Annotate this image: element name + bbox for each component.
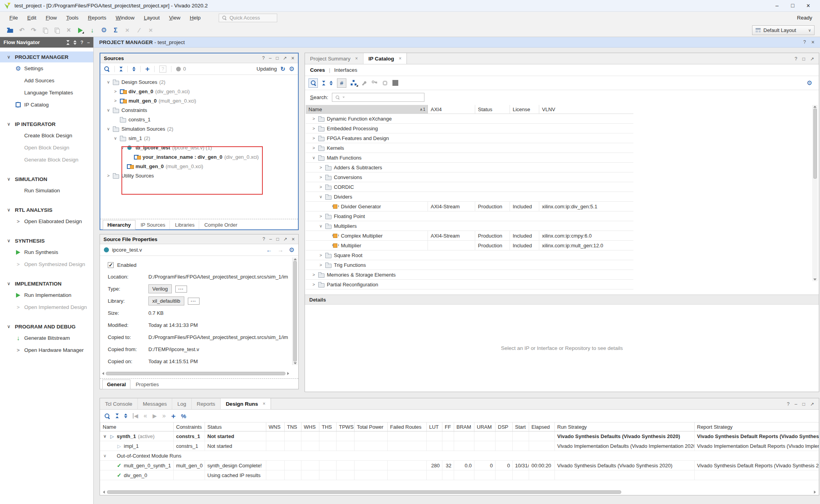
expander-icon[interactable] <box>318 165 323 170</box>
flow-nav-row[interactable]: SIMULATION <box>0 174 93 185</box>
report-button[interactable] <box>110 25 121 35</box>
cancel-run-button[interactable] <box>122 25 133 35</box>
minimize-panel-icon[interactable] <box>269 236 272 242</box>
source-tree-row[interactable]: div_gen_0 (div_gen_0.xci) <box>100 87 298 96</box>
rewind-icon[interactable]: « <box>144 413 147 419</box>
column-header[interactable]: Report Strategy <box>694 422 819 431</box>
sfp-tab[interactable]: General <box>102 380 130 389</box>
open-project-button[interactable] <box>5 25 16 35</box>
scroll-left-icon[interactable] <box>103 491 105 494</box>
expander-icon[interactable] <box>311 272 316 277</box>
column-header[interactable]: FF <box>442 422 454 431</box>
flow-nav-row[interactable]: Run Simulation <box>0 185 93 197</box>
help-icon[interactable] <box>803 39 806 45</box>
expander-icon[interactable] <box>318 185 323 189</box>
scrollbar-thumb[interactable] <box>293 261 297 362</box>
menu-item[interactable]: View <box>164 13 185 23</box>
ip-table-row[interactable]: Complex Multiplier AXI4-Stream Productio… <box>306 231 633 241</box>
expander-icon[interactable] <box>106 108 111 113</box>
ip-table-row[interactable]: CORDIC <box>306 182 633 192</box>
expander-icon[interactable] <box>102 434 107 439</box>
settings-button[interactable] <box>98 25 109 35</box>
collapse-all-icon[interactable] <box>322 81 325 85</box>
expander-icon[interactable] <box>311 136 316 140</box>
source-tree-row[interactable]: Constraints <box>100 105 298 115</box>
column-header[interactable]: BRAM <box>454 422 474 431</box>
scrollbar-thumb[interactable] <box>107 490 621 494</box>
ip-table-row[interactable]: Trig Functions <box>306 260 633 270</box>
copy-button[interactable] <box>40 25 51 35</box>
group-by-hierarchy-icon[interactable] <box>351 80 357 86</box>
vertical-scrollbar[interactable] <box>292 257 298 365</box>
design-run-row[interactable]: div_gen_0 Using cached IP results <box>100 470 819 480</box>
ip-table-row[interactable]: Math Functions <box>306 153 633 163</box>
source-tree-row[interactable]: sim_1 (2) <box>100 133 298 143</box>
source-tree-row[interactable]: mult_gen_0 (mult_gen_0.xci) <box>100 96 298 105</box>
source-tree-row[interactable]: mult_gen_0 (mult_gen_0.xci) <box>100 161 298 171</box>
expander-icon[interactable] <box>311 155 316 160</box>
add-sources-icon[interactable]: + <box>145 65 150 73</box>
source-tree-row[interactable]: Design Sources (2) <box>100 77 298 87</box>
document-tab[interactable]: IP Catalog × <box>364 53 407 64</box>
quick-access-search[interactable]: Quick Access <box>219 14 277 22</box>
refresh-icon[interactable] <box>280 66 285 73</box>
maximize-panel-icon[interactable] <box>802 401 805 407</box>
column-header[interactable]: TPWS <box>336 422 354 431</box>
flow-nav-row[interactable]: Open Elaborated Design <box>0 215 93 227</box>
console-tab[interactable]: Tcl Console <box>100 398 138 409</box>
expander-icon[interactable] <box>311 146 316 150</box>
sources-tab[interactable]: Hierarchy <box>103 220 135 230</box>
expand-all-icon[interactable] <box>330 81 333 85</box>
maximize-panel-icon[interactable] <box>802 56 805 62</box>
scroll-left-icon[interactable] <box>102 372 104 375</box>
collapse-all-icon[interactable] <box>119 67 123 71</box>
source-tree-row[interactable]: your_instance_name : div_gen_0 (div_gen_… <box>100 152 298 161</box>
ip-table-row[interactable]: Partial Reconfiguration <box>306 280 633 289</box>
expander-icon[interactable] <box>106 80 111 85</box>
menu-item[interactable]: Reports <box>83 13 111 23</box>
close-icon[interactable] <box>811 39 815 45</box>
flow-nav-row[interactable]: Create Block Design <box>0 130 93 142</box>
horizontal-scrollbar[interactable] <box>102 371 290 376</box>
scroll-up-icon[interactable] <box>294 258 297 260</box>
column-header[interactable]: Status <box>205 422 266 431</box>
expander-icon[interactable] <box>102 453 107 458</box>
menu-item[interactable]: File <box>5 13 23 23</box>
source-tree-row[interactable]: tb_ipcore_test (ipcore_test.v) (1) <box>100 143 298 152</box>
sources-tab[interactable]: Compile Order <box>200 220 242 229</box>
paste-button[interactable] <box>52 25 62 35</box>
ip-table-row[interactable]: Multipliers <box>306 221 633 231</box>
edit-disabled-button[interactable] <box>134 25 144 35</box>
play-icon[interactable]: ▶ <box>153 413 157 419</box>
scroll-right-icon[interactable] <box>814 491 816 494</box>
license-key-icon[interactable] <box>371 80 378 86</box>
flow-nav-row[interactable]: Run Implementation <box>0 289 93 301</box>
column-header[interactable]: URAM <box>474 422 495 431</box>
collapse-all-icon[interactable] <box>116 413 119 418</box>
scroll-right-icon[interactable] <box>287 372 289 375</box>
expander-icon[interactable] <box>106 126 111 131</box>
ip-table-row[interactable]: Kernels <box>306 143 633 153</box>
horizontal-scrollbar[interactable] <box>100 489 819 495</box>
scrollbar-thumb[interactable] <box>106 372 285 375</box>
expander-icon[interactable] <box>120 145 125 150</box>
source-tree-row[interactable]: constrs_1 <box>100 115 298 124</box>
ellipsis-button[interactable]: ··· <box>175 286 187 293</box>
close-panel-icon[interactable] <box>292 236 295 242</box>
sfp-field-input[interactable]: xil_defaultlib <box>148 296 184 305</box>
percent-icon[interactable]: % <box>181 413 186 419</box>
flow-nav-row[interactable]: Settings <box>0 62 93 75</box>
column-header[interactable]: LUT <box>426 422 442 431</box>
float-panel-icon[interactable] <box>810 401 814 407</box>
expander-icon[interactable] <box>311 126 316 131</box>
expander-icon[interactable] <box>318 194 323 199</box>
expander-icon[interactable] <box>311 116 316 121</box>
flow-nav-row[interactable]: SYNTHESIS <box>0 235 93 246</box>
expander-icon[interactable] <box>311 282 316 287</box>
flow-nav-row[interactable]: PROGRAM AND DEBUG <box>0 321 93 332</box>
delete-button[interactable] <box>63 25 74 35</box>
sources-tab[interactable]: IP Sources <box>136 220 170 229</box>
flow-nav-row[interactable]: PROJECT MANAGER <box>0 51 93 62</box>
float-panel-icon[interactable] <box>283 236 287 242</box>
minimize-panel-icon[interactable] <box>269 55 272 61</box>
